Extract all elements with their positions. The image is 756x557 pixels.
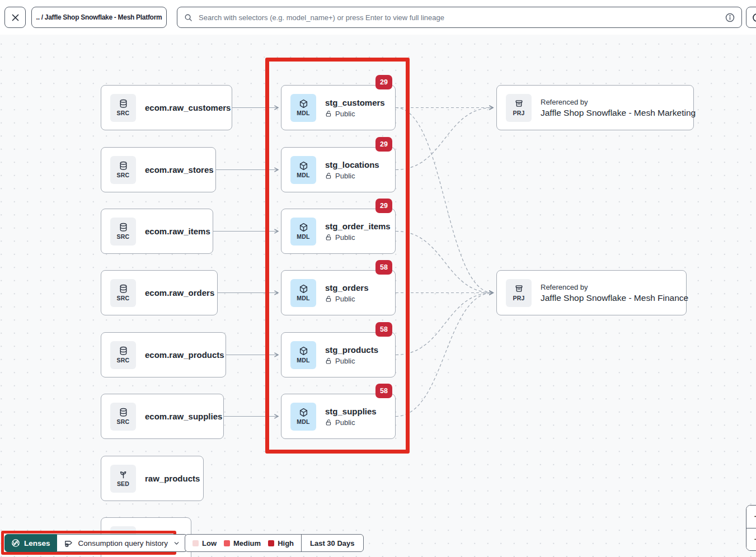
cube-icon [299,284,308,294]
legend-label-low: Low [202,539,217,547]
access-label: Public [335,295,355,303]
close-button[interactable] [4,7,26,28]
usage-count-badge: 58 [375,384,392,398]
node-type-tag: MDL [297,233,309,240]
topbar-secondary-button[interactable] [746,7,756,28]
node-type-tag: SRC [117,357,130,364]
source-node-ecom-raw_customers[interactable]: SRC ecom.raw_customers [101,85,232,130]
node-type-tag: MDL [297,110,309,116]
zoom-out-button[interactable]: − [746,528,756,551]
model-icon-tile: MDL [290,94,316,122]
legend-swatch-medium [224,540,230,546]
access-label: Public [335,110,355,118]
model-node-stg_supplies[interactable]: 58 MDL stg_supplies Public [281,394,396,439]
source-node-ecom-raw_supplies[interactable]: SRC ecom.raw_supplies [101,394,224,439]
project-node-mesh-finance[interactable]: PRJ Referenced by Jaffle Shop Snowflake … [496,270,687,315]
cube-icon [299,346,308,356]
source-icon-tile: SRC [110,403,136,431]
access-label: Public [335,233,355,242]
node-type-tag: SRC [117,295,130,301]
source-node-ecom-raw_orders[interactable]: SRC ecom.raw_orders [101,270,218,315]
source-icon-tile: SRC [110,156,136,184]
node-type-tag: MDL [297,295,309,301]
node-title: stg_supplies [325,407,377,416]
lock-open-icon [325,295,332,303]
source-node-ecom-raw_stores[interactable]: SRC ecom.raw_stores [101,147,216,192]
usage-count-badge: 58 [375,260,392,275]
archive-box-icon [514,99,524,108]
node-type-tag: SED [117,480,129,487]
source-icon-tile: SRC [110,341,136,369]
project-icon-tile: PRJ [506,94,532,122]
legend-item-high: High [268,539,294,547]
legend-swatch-high [268,540,274,546]
cube-icon [299,99,308,108]
legend-label-high: High [278,539,294,547]
node-type-tag: MDL [297,172,309,178]
node-title: stg_locations [325,160,379,169]
lenses-button-label: Lenses [24,539,50,547]
node-type-tag: SRC [117,418,130,425]
lens-selector-dropdown[interactable]: Consumption query history [57,534,188,552]
lock-open-icon [325,172,332,180]
legend-item-medium: Medium [224,539,261,547]
model-node-stg_order_items[interactable]: 29 MDL stg_order_items Public [281,209,396,254]
node-title: ecom.raw_stores [145,165,214,174]
legend-items: Low Medium High [185,535,301,551]
top-bar: .. / Jaffle Shop Snowflake - Mesh Platfo… [0,0,756,35]
node-title: ecom.raw_orders [145,288,214,298]
node-title: stg_products [325,345,378,355]
usage-count-badge: 29 [375,199,392,213]
search-input[interactable] [198,13,720,22]
zoom-controls: + − [746,505,756,551]
search-box [177,7,742,28]
node-title: ecom.raw_products [145,350,224,360]
node-title: stg_orders [325,283,369,292]
database-icon [119,99,128,108]
search-icon [184,13,192,22]
source-node-ecom-raw_items[interactable]: SRC ecom.raw_items [101,209,213,254]
project-icon-tile: PRJ [506,279,532,307]
cube-icon [299,408,308,417]
seed-node-raw_products[interactable]: SED raw_products [101,456,204,501]
node-type-tag: PRJ [513,110,524,116]
project-title: Jaffle Shop Snowflake - Mesh Marketing [541,108,696,118]
aperture-icon [11,539,20,547]
node-type-tag: SRC [117,172,130,178]
database-icon [119,223,128,232]
circle-icon [752,13,756,22]
legend-swatch-low [192,540,199,546]
model-icon-tile: MDL [290,156,316,184]
model-node-stg_orders[interactable]: 58 MDL stg_orders Public [281,270,396,315]
sprout-icon [119,470,128,479]
project-node-mesh-marketing[interactable]: PRJ Referenced by Jaffle Shop Snowflake … [496,85,694,130]
legend-period: Last 30 Days [301,535,363,551]
access-label: Public [335,357,355,365]
referenced-by-label: Referenced by [541,98,696,106]
source-icon-tile: SRC [110,94,136,122]
seed-icon-tile: SED [110,465,136,493]
node-type-tag: SRC [117,233,130,240]
lock-open-icon [325,234,332,241]
lock-open-icon [325,110,332,117]
info-icon[interactable] [725,13,735,22]
referenced-by-label: Referenced by [541,283,688,291]
breadcrumb[interactable]: .. / Jaffle Shop Snowflake - Mesh Platfo… [31,7,167,28]
node-title: ecom.raw_supplies [145,412,222,421]
zoom-in-button[interactable]: + [746,506,756,528]
database-icon [119,284,128,294]
lineage-canvas[interactable]: SRC ecom.raw_customers SRC ecom.raw_stor… [0,0,756,557]
model-node-stg_locations[interactable]: 29 MDL stg_locations Public [281,147,396,192]
database-icon [119,408,128,417]
source-node-ecom-raw_products[interactable]: SRC ecom.raw_products [101,332,226,377]
source-icon-tile: SRC [110,218,136,246]
model-node-stg_products[interactable]: 58 MDL stg_products Public [281,332,396,377]
lenses-button[interactable]: Lenses [4,534,57,552]
node-title: stg_order_items [325,221,391,231]
model-node-stg_customers[interactable]: 29 MDL stg_customers Public [281,85,396,130]
usage-count-badge: 58 [375,322,392,337]
access-label: Public [335,418,355,427]
model-icon-tile: MDL [290,341,316,369]
project-title: Jaffle Shop Snowflake - Mesh Finance [541,293,688,303]
cube-icon [299,161,308,171]
